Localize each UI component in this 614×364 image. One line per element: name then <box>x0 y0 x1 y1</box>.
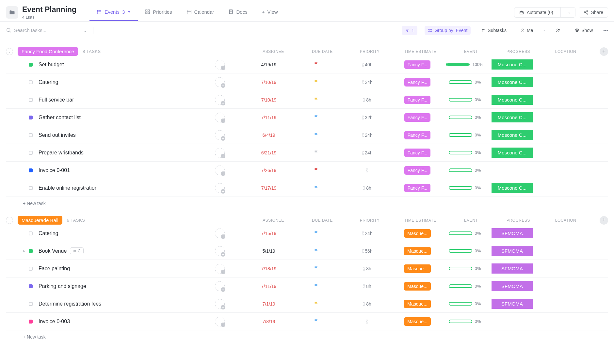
task-name[interactable]: Send out invites <box>39 132 195 138</box>
task-name[interactable]: Prepare wristbands <box>39 150 195 156</box>
assignee-cell[interactable] <box>195 130 244 140</box>
more-button[interactable]: ••• <box>603 28 608 33</box>
new-task-button[interactable]: + New task <box>6 330 608 340</box>
status-square[interactable] <box>29 116 33 119</box>
priority-cell[interactable] <box>293 319 339 324</box>
status-square[interactable] <box>29 80 33 84</box>
status-square[interactable] <box>29 186 33 190</box>
progress-cell[interactable]: 0% <box>440 284 489 289</box>
assignee-placeholder-icon[interactable] <box>215 77 225 87</box>
status-square[interactable] <box>29 98 33 102</box>
assignee-placeholder-icon[interactable] <box>215 229 225 238</box>
priority-cell[interactable] <box>293 115 339 120</box>
priority-cell[interactable] <box>293 62 339 67</box>
event-cell[interactable]: Masque... <box>395 229 440 238</box>
location-cell[interactable]: – <box>489 316 535 326</box>
priority-cell[interactable] <box>293 97 339 103</box>
col-event[interactable]: EVENT <box>448 218 494 223</box>
due-date-cell[interactable]: 7/11/19 <box>244 115 293 120</box>
location-cell[interactable]: SFMOMA <box>489 281 535 291</box>
progress-cell[interactable]: 0% <box>440 266 489 271</box>
estimate-cell[interactable]: 8h <box>339 284 395 289</box>
task-row[interactable]: Prepare wristbands 6/21/19 24h Fancy F..… <box>6 144 608 162</box>
estimate-cell[interactable]: 8h <box>339 97 395 103</box>
task-row[interactable]: Set budget 4/19/19 40h Fancy F... 100% M… <box>6 56 608 73</box>
me-button[interactable]: Me <box>517 26 536 35</box>
estimate-cell[interactable]: 8h <box>339 185 395 191</box>
task-row[interactable]: Full service bar 7/10/19 8h Fancy F... 0… <box>6 91 608 109</box>
task-name[interactable]: Book Venue3 <box>39 247 195 254</box>
assignees-button[interactable] <box>552 26 564 35</box>
priority-cell[interactable] <box>293 266 339 271</box>
tab-add-view[interactable]: + View <box>255 3 285 21</box>
assignee-cell[interactable] <box>195 299 244 309</box>
task-row[interactable]: Catering 7/15/19 24h Masque... 0% SFMOMA <box>6 225 608 242</box>
status-square[interactable] <box>29 284 33 288</box>
location-cell[interactable]: Moscone C... <box>489 183 535 193</box>
priority-cell[interactable] <box>293 185 339 191</box>
location-cell[interactable]: – <box>489 165 535 175</box>
task-name[interactable]: Face painting <box>39 266 195 272</box>
location-cell[interactable]: SFMOMA <box>489 228 535 238</box>
add-column-button[interactable]: + <box>600 216 608 225</box>
task-name[interactable]: Determine registration fees <box>39 301 195 307</box>
priority-cell[interactable] <box>293 150 339 155</box>
due-date-cell[interactable]: 4/19/19 <box>244 62 293 67</box>
event-cell[interactable]: Masque... <box>395 300 440 308</box>
col-event[interactable]: EVENT <box>448 49 494 54</box>
assignee-cell[interactable] <box>195 113 244 122</box>
assignee-cell[interactable] <box>195 77 244 87</box>
search-dropdown[interactable]: ⌄ <box>83 28 87 33</box>
groupby-button[interactable]: Group by: Event <box>425 26 471 35</box>
location-cell[interactable]: Moscone C... <box>489 77 535 87</box>
col-location[interactable]: LOCATION <box>543 218 589 223</box>
status-square[interactable] <box>29 302 33 306</box>
tab-calendar[interactable]: Calendar <box>179 3 221 21</box>
assignee-cell[interactable] <box>195 246 244 256</box>
event-cell[interactable]: Masque... <box>395 317 440 326</box>
task-name[interactable]: Set budget <box>39 62 195 68</box>
due-date-cell[interactable]: 5/1/19 <box>244 248 293 254</box>
task-name[interactable]: Enable online registration <box>39 185 195 191</box>
col-priority[interactable]: PRIORITY <box>347 49 393 54</box>
subtask-count-badge[interactable]: 3 <box>70 247 83 254</box>
task-row[interactable]: Invoice 0-001 7/26/19 Fancy F... 0% – <box>6 162 608 179</box>
col-estimate[interactable]: TIME ESTIMATE <box>393 49 448 54</box>
new-task-button[interactable]: + New task <box>6 197 608 206</box>
assignee-placeholder-icon[interactable] <box>215 264 225 274</box>
estimate-cell[interactable]: 40h <box>339 62 395 67</box>
estimate-cell[interactable]: 24h <box>339 231 395 236</box>
priority-cell[interactable] <box>293 79 339 85</box>
task-row[interactable]: Send out invites 6/4/19 24h Fancy F... 0… <box>6 126 608 144</box>
automate-dropdown[interactable]: ⌄ <box>563 8 575 16</box>
task-row[interactable]: Parking and signage 7/11/19 8h Masque...… <box>6 277 608 295</box>
tab-events[interactable]: Events 3 ▼ <box>89 3 138 21</box>
event-cell[interactable]: Fancy F... <box>395 149 440 157</box>
due-date-cell[interactable]: 7/1/19 <box>244 301 293 307</box>
location-cell[interactable]: Moscone C... <box>489 130 535 140</box>
due-date-cell[interactable]: 7/10/19 <box>244 97 293 103</box>
col-priority[interactable]: PRIORITY <box>347 218 393 223</box>
estimate-cell[interactable] <box>339 319 395 324</box>
due-date-cell[interactable]: 7/10/19 <box>244 80 293 85</box>
due-date-cell[interactable]: 7/26/19 <box>244 168 293 173</box>
due-date-cell[interactable]: 7/15/19 <box>244 231 293 236</box>
assignee-placeholder-icon[interactable] <box>215 148 225 158</box>
col-location[interactable]: LOCATION <box>543 49 589 54</box>
task-name[interactable]: Catering <box>39 230 195 236</box>
location-cell[interactable]: SFMOMA <box>489 246 535 256</box>
progress-cell[interactable]: 0% <box>440 185 489 190</box>
due-date-cell[interactable]: 7/11/19 <box>244 284 293 289</box>
event-cell[interactable]: Masque... <box>395 282 440 291</box>
priority-cell[interactable] <box>293 167 339 173</box>
assignee-placeholder-icon[interactable] <box>215 281 225 291</box>
due-date-cell[interactable]: 6/4/19 <box>244 133 293 138</box>
assignee-placeholder-icon[interactable] <box>215 317 225 326</box>
progress-cell[interactable]: 0% <box>440 319 489 324</box>
estimate-cell[interactable]: 56h <box>339 248 395 254</box>
assignee-cell[interactable] <box>195 264 244 274</box>
location-cell[interactable]: Moscone C... <box>489 59 535 70</box>
automate-button[interactable]: Automate (0) ⌄ <box>514 7 575 18</box>
event-cell[interactable]: Fancy F... <box>395 113 440 122</box>
event-cell[interactable]: Fancy F... <box>395 184 440 192</box>
